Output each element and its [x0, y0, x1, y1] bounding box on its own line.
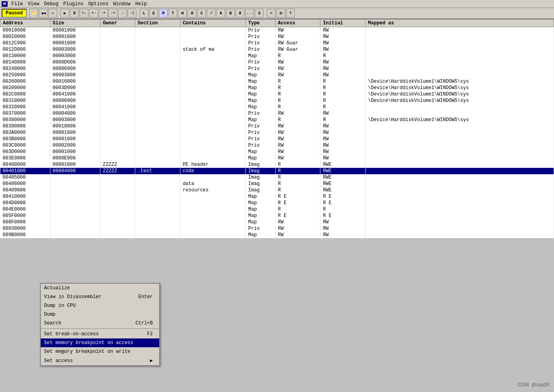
table-row[interactable]: 0001000000001000PrivRWRW: [0, 27, 554, 34]
table-row[interactable]: 009B0000MapRWRW: [0, 232, 554, 238]
table-cell: [366, 225, 554, 232]
table-row[interactable]: 003A000000001000PrivRWRW: [0, 129, 554, 136]
table-row[interactable]: 00930000PrivRWRW: [0, 225, 554, 232]
menu-window[interactable]: Window: [111, 0, 133, 8]
table-row[interactable]: 00410000MapR ER E: [0, 193, 554, 200]
exec-button[interactable]: E: [149, 9, 158, 18]
table-cell: Priv: [246, 59, 275, 66]
execute-button[interactable]: →|: [128, 9, 136, 18]
table-row[interactable]: 0039000000010000PrivRWRW: [0, 123, 554, 129]
options1-button[interactable]: ≡: [267, 9, 276, 18]
ctx-dump[interactable]: Dump: [41, 310, 159, 319]
table-cell: [100, 104, 135, 110]
callstack-button[interactable]: K: [216, 9, 225, 18]
cpu-button[interactable]: C: [197, 9, 206, 18]
table-row[interactable]: 005F0000MapR ER E: [0, 213, 554, 219]
table-cell: RW: [275, 155, 320, 161]
source-button[interactable]: S: [255, 9, 264, 18]
step-in-button[interactable]: +↓: [80, 9, 88, 18]
table-cell: RW: [275, 129, 320, 136]
options2-button[interactable]: ⊞: [276, 9, 285, 18]
step-out-button[interactable]: ↑+: [99, 9, 108, 18]
table-cell: 00140000: [0, 59, 50, 66]
menu-plugins[interactable]: Plugins: [61, 0, 86, 8]
table-row[interactable]: 00409000resourcesImagRRWE: [0, 187, 554, 193]
table-row[interactable]: 0002000000001000PrivRWRW: [0, 34, 554, 40]
close-button[interactable]: ✕: [48, 9, 57, 18]
table-row[interactable]: 0040000000001000ZZZZZPE headerImagRRWE: [0, 161, 554, 168]
ctx-memory-bp-write[interactable]: Set memory breakpoint on write: [41, 347, 159, 356]
table-row[interactable]: 0024000000006000PrivRWRW: [0, 66, 554, 72]
table-cell: R E: [320, 193, 366, 200]
ctx-actualize[interactable]: Actualize: [41, 284, 159, 293]
table-row[interactable]: 0013000000003000MapRR: [0, 53, 554, 59]
table-row[interactable]: 0040100000004000ZZZZZ.textcodeImagRRWE: [0, 168, 554, 174]
table-row[interactable]: 003B000000001000PrivRWRW: [0, 136, 554, 142]
log-button[interactable]: L: [140, 9, 148, 18]
table-cell: R: [275, 161, 320, 168]
table-row[interactable]: 003E00000000E000MapRWRW: [0, 155, 554, 161]
help-button[interactable]: ?: [286, 9, 295, 18]
table-row[interactable]: 003D000000001000MapRWRW: [0, 149, 554, 155]
table-row[interactable]: 002800000003D000MapRR\Device\HarddiskVol…: [0, 85, 554, 91]
table-cell: [180, 142, 246, 149]
table-row[interactable]: 002C000000041000MapRR\Device\HarddiskVol…: [0, 91, 554, 98]
table-row[interactable]: 004E0000MapRR: [0, 206, 554, 213]
table-row[interactable]: 008F0000MapRWRW: [0, 219, 554, 225]
table-cell: RW: [320, 149, 366, 155]
windows-button[interactable]: W: [178, 9, 187, 18]
handles-button[interactable]: H: [188, 9, 196, 18]
menu-view[interactable]: View: [25, 0, 42, 8]
table-row[interactable]: 0038000000003000MapRR\Device\HarddiskVol…: [0, 117, 554, 123]
step-back-button[interactable]: ↓+: [108, 9, 117, 18]
table-cell: [180, 225, 246, 232]
table-row[interactable]: 00405000ImagRRWE: [0, 174, 554, 181]
table-cell: Map: [246, 200, 275, 206]
table-cell: [100, 66, 135, 72]
table-cell: Priv: [246, 34, 275, 40]
threads-button[interactable]: T: [168, 9, 177, 18]
table-cell: [135, 72, 180, 78]
ctx-break-on-access[interactable]: Set break-on-access F2: [41, 330, 159, 338]
references-button[interactable]: R: [236, 9, 244, 18]
runtrace-button[interactable]: ...: [245, 9, 254, 18]
table-row[interactable]: 0025000000003000MapRWRW: [0, 72, 554, 78]
table-row[interactable]: 001400000000D000PrivRWRW: [0, 59, 554, 66]
step-over-button[interactable]: +→: [89, 9, 98, 18]
table-cell: 008F0000: [0, 219, 50, 225]
table-row[interactable]: 0032000000041000MapRR: [0, 104, 554, 110]
table-cell: [100, 142, 135, 149]
table-cell: [366, 34, 554, 40]
table-row[interactable]: 003C000000002000PrivRWRW: [0, 142, 554, 149]
table-cell: RW: [275, 142, 320, 149]
pause-button[interactable]: ⏸: [70, 9, 79, 18]
patches-button[interactable]: /: [207, 9, 216, 18]
animate-button[interactable]: →: [118, 9, 127, 18]
table-row[interactable]: 004D0000MapR ER E: [0, 200, 554, 206]
run-button[interactable]: ▶: [60, 9, 69, 18]
open-button[interactable]: 📁: [29, 9, 38, 18]
table-cell: [366, 193, 554, 200]
table-cell: \Device\HarddiskVolume1\WINDOWS\sys: [366, 78, 554, 85]
breakpoints-button[interactable]: B: [226, 9, 235, 18]
ctx-view-disassembler[interactable]: View in Disassembler Enter: [41, 293, 159, 301]
context-menu: Actualize View in Disassembler Enter Dum…: [40, 283, 160, 366]
table-cell: R: [275, 206, 320, 213]
ctx-set-access[interactable]: Set access ▶: [41, 356, 159, 365]
rewind-button[interactable]: ◀◀: [39, 9, 48, 18]
menu-help[interactable]: Help: [133, 0, 149, 8]
ctx-dump-cpu[interactable]: Dump in CPU: [41, 301, 159, 310]
memory-button[interactable]: M: [159, 9, 168, 18]
table-row[interactable]: 0026000000016000MapRR\Device\HarddiskVol…: [0, 78, 554, 85]
menu-debug[interactable]: Debug: [42, 0, 61, 8]
table-row[interactable]: 0031000000006000MapRR\Device\HarddiskVol…: [0, 98, 554, 104]
menu-file[interactable]: File: [9, 0, 26, 8]
table-row[interactable]: 0037000000004000PrivRWRW: [0, 110, 554, 117]
ctx-memory-bp-access[interactable]: Set memory breakpoint on access: [41, 338, 159, 347]
table-row[interactable]: 0012C00000001000PrivRW GuarRW: [0, 40, 554, 46]
table-cell: 00010000: [50, 123, 100, 129]
ctx-search[interactable]: Search Ctrl+B: [41, 319, 159, 328]
table-row[interactable]: 0012D00000003000stack of maPrivRW GuarRW: [0, 46, 554, 53]
menu-options[interactable]: Options: [86, 0, 111, 8]
table-row[interactable]: 00406000dataImagRRWE: [0, 181, 554, 187]
